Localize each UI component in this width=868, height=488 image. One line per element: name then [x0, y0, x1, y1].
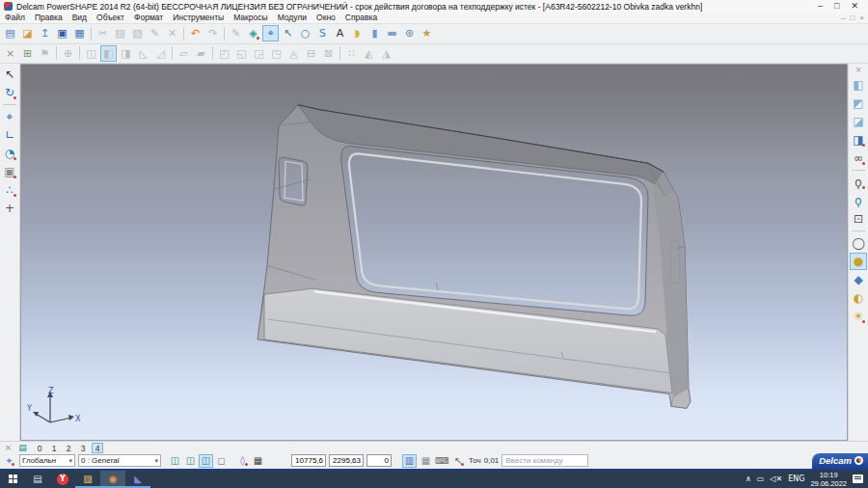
- key-point-icon[interactable]: ◊: [235, 454, 250, 468]
- cursor-surface-icon[interactable]: ◫: [183, 454, 198, 468]
- solid-drive-icon[interactable]: ◿: [152, 45, 169, 62]
- zoom-cursor-icon[interactable]: ϙ: [850, 174, 867, 191]
- solid-fillet-icon[interactable]: ◬: [285, 45, 302, 62]
- solid-from-wire-icon[interactable]: ▰: [193, 45, 209, 62]
- solid-block-icon[interactable]: ◫: [83, 45, 99, 62]
- action-center-icon[interactable]: [853, 474, 863, 483]
- arc-icon[interactable]: ○: [297, 25, 313, 41]
- multi-window-icon[interactable]: ∞: [850, 149, 867, 167]
- y-coordinate-field[interactable]: [329, 454, 364, 467]
- language-indicator[interactable]: ENG: [788, 474, 804, 483]
- dynamic-view-icon[interactable]: ↻: [1, 84, 18, 101]
- paste-icon[interactable]: ▧: [129, 25, 146, 41]
- redo-icon[interactable]: ↷: [204, 25, 221, 41]
- save-icon[interactable]: ▣: [54, 25, 70, 41]
- solid-join-icon[interactable]: ◱: [233, 45, 250, 62]
- solid-shell-icon[interactable]: ⊟: [303, 45, 319, 62]
- solid-add-icon[interactable]: ⊕: [60, 45, 76, 62]
- level-0[interactable]: 0: [34, 443, 45, 453]
- menu-tools[interactable]: Инструменты: [168, 13, 229, 22]
- delete-icon[interactable]: ✕: [164, 25, 180, 41]
- workplane-single-icon[interactable]: ∟: [1, 126, 18, 144]
- keyboard-icon[interactable]: ⌨: [435, 454, 449, 468]
- tray-volume-muted-icon[interactable]: ◁✕: [770, 474, 782, 483]
- select-cursor-icon[interactable]: ↖: [1, 66, 18, 83]
- level-selector[interactable]: 0 : General ▾: [78, 454, 161, 467]
- zoom-full-icon[interactable]: ϙ: [850, 192, 867, 209]
- format-paint-icon[interactable]: ✎: [147, 25, 163, 41]
- menu-macros[interactable]: Макросы: [229, 13, 272, 22]
- zoom-box-icon[interactable]: ⊡: [850, 210, 867, 228]
- pointer-tolerance-icon[interactable]: ↖: [451, 454, 466, 468]
- solid-slab-icon[interactable]: ▬: [384, 25, 400, 41]
- workplane-selector[interactable]: Глобальн ▾: [19, 454, 75, 467]
- table-icon[interactable]: ▥: [402, 454, 417, 468]
- iso3-view-icon[interactable]: ◪: [850, 113, 867, 130]
- taskbar-app-modeler[interactable]: ◣: [125, 471, 150, 488]
- solid-intersect-icon[interactable]: ◲: [251, 45, 267, 62]
- menu-format[interactable]: Формат: [129, 13, 168, 22]
- level-2[interactable]: 2: [63, 443, 74, 453]
- tray-expand-icon[interactable]: ∧: [746, 474, 751, 483]
- solid-split-icon[interactable]: ◳: [268, 45, 285, 62]
- mdi-restore-button[interactable]: □: [850, 14, 854, 22]
- close-views-toolbar-icon[interactable]: ×: [853, 66, 864, 75]
- menu-help[interactable]: Справка: [340, 13, 382, 22]
- command-input[interactable]: [502, 454, 588, 467]
- level-3[interactable]: 3: [77, 443, 89, 453]
- z-coordinate-field[interactable]: [366, 454, 392, 467]
- menu-edit[interactable]: Правка: [30, 13, 68, 22]
- scale-sphere-icon[interactable]: ◔: [1, 145, 18, 162]
- solid-flag-icon[interactable]: ⚑: [37, 45, 53, 62]
- calculator-icon[interactable]: ▦: [419, 454, 433, 468]
- render-view-icon[interactable]: ☀: [850, 308, 867, 325]
- solid-direction-icon[interactable]: ◮: [378, 45, 394, 62]
- workplane-tool-icon[interactable]: ⌖: [1, 108, 18, 125]
- solid-from-surface-icon[interactable]: ▱: [176, 45, 192, 62]
- undo-icon[interactable]: ↶: [187, 25, 203, 41]
- shaded-view-icon[interactable]: ●: [850, 253, 867, 270]
- new-model-icon[interactable]: ▤: [2, 25, 18, 41]
- smart-surface-icon[interactable]: ◈: [245, 25, 261, 41]
- solid-stamp-icon[interactable]: ⊠: [320, 45, 337, 62]
- mdi-minimize-button[interactable]: –: [841, 14, 845, 22]
- levels-icon[interactable]: ▤: [16, 443, 29, 453]
- solid-spin-icon[interactable]: ◺: [135, 45, 151, 62]
- grid-icon[interactable]: ▦: [251, 454, 265, 468]
- menu-modules[interactable]: Модули: [273, 13, 312, 22]
- wizard-icon[interactable]: ★: [419, 25, 435, 41]
- tolerance-value[interactable]: 0,01: [484, 456, 500, 465]
- move-origin-icon[interactable]: +: [1, 200, 18, 217]
- menu-file[interactable]: Файл: [0, 13, 30, 22]
- active-workplane-icon[interactable]: ⌖: [2, 454, 16, 468]
- taskbar-clock[interactable]: 10:19 29.06.2022: [810, 471, 847, 488]
- cursor-mesh-icon[interactable]: ◻: [214, 454, 229, 468]
- open-model-icon[interactable]: ◪: [19, 25, 36, 41]
- maximize-button[interactable]: □: [834, 0, 839, 13]
- solid-array-icon[interactable]: ∷: [343, 45, 360, 62]
- level-4[interactable]: 4: [92, 443, 103, 453]
- view-along-z-icon[interactable]: ◨: [850, 131, 867, 149]
- solid-revolve-icon[interactable]: ◨: [118, 45, 134, 62]
- start-button[interactable]: [0, 471, 25, 488]
- taskbar-app-powershape[interactable]: ◉: [100, 471, 125, 488]
- cursor-solid-icon[interactable]: ◫: [199, 454, 213, 468]
- solid-tree-icon[interactable]: ⊞: [19, 45, 36, 62]
- clipboard-workplane-icon[interactable]: ▣: [1, 163, 18, 180]
- solid-extrude-icon[interactable]: ◧: [100, 45, 117, 62]
- x-coordinate-field[interactable]: [291, 454, 326, 467]
- close-levels-icon[interactable]: ×: [2, 443, 14, 453]
- close-button[interactable]: ✕: [851, 0, 858, 13]
- copy-icon[interactable]: ▨: [112, 25, 128, 41]
- curve-icon[interactable]: S: [314, 25, 331, 41]
- wireframe-view-icon[interactable]: ◯: [850, 234, 867, 252]
- menu-object[interactable]: Объект: [92, 13, 129, 22]
- taskbar-app-yandex[interactable]: Y: [50, 471, 75, 488]
- text-icon[interactable]: A: [332, 25, 348, 41]
- mdi-close-button[interactable]: ×: [859, 14, 864, 22]
- axes-points-icon[interactable]: ∴: [1, 181, 18, 199]
- tray-network-icon[interactable]: ▭: [757, 474, 765, 483]
- minimize-button[interactable]: –: [818, 0, 823, 13]
- iso2-view-icon[interactable]: ◩: [850, 95, 867, 112]
- sketch-icon[interactable]: ✎: [228, 25, 244, 41]
